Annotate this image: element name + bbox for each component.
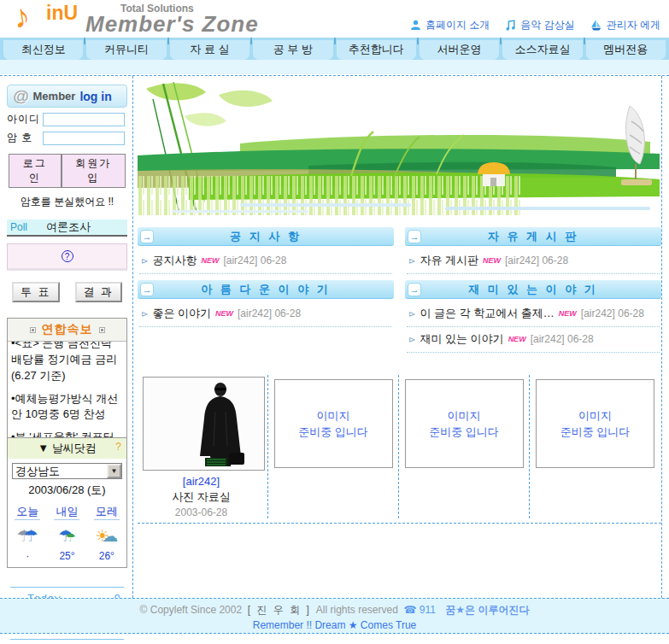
nav-tab-archive[interactable]: 자 료 실: [170, 40, 249, 60]
nav-tab-server[interactable]: 서버운영: [420, 40, 499, 60]
phone-number: 911: [420, 604, 436, 616]
forecast-temp: ·: [8, 550, 47, 562]
rights-text: All rights reserved: [316, 604, 398, 616]
post-title[interactable]: 재미 있는 이야기: [420, 331, 503, 347]
utility-links: 홈페이지 소개 음악 감상실 관리자 에게: [410, 18, 660, 32]
photo-board-name: 사진 자료실: [138, 489, 265, 505]
go-arrow-icon[interactable]: →: [140, 283, 154, 296]
poll-word: Poll: [10, 221, 27, 233]
page-title: Member's Zone: [85, 11, 259, 38]
broken-image-icon: ?: [62, 250, 73, 262]
nav-tab-recommend[interactable]: 추천합니다: [337, 40, 416, 60]
go-arrow-icon[interactable]: →: [408, 230, 421, 243]
forecast-label: 오늘: [15, 504, 40, 520]
music-note-icon: ♪: [11, 0, 32, 36]
news-item[interactable]: •<표> 은행 금전신탁 배당률 정기예금 금리(6.27 기준): [11, 342, 123, 384]
weather-title: ▼ 날씨닷컴: [38, 442, 96, 454]
nav-substrip: [0, 60, 669, 74]
vote-button[interactable]: 투 표: [12, 282, 60, 302]
forecast-day-after: 모레 ☀☁ 26°: [87, 503, 126, 562]
nav-tab-member[interactable]: 멤버전용: [586, 40, 666, 60]
link-label: 홈페이지 소개: [425, 18, 490, 32]
gallery-photo[interactable]: [143, 377, 265, 471]
board-header: → 아 름 다 운 이 야 기: [138, 280, 394, 299]
poll-title: 여론조사: [46, 220, 91, 235]
post-bullet-icon: ⊳: [408, 335, 415, 344]
news-ticker-box: 연합속보 •<표> 은행 금전신탁 배당률 정기예금 금리(6.27 기준) •…: [7, 318, 127, 438]
news-item[interactable]: •북 '세포융합' 컴퓨터: [11, 430, 123, 437]
link-label: 관리자 에게: [607, 18, 660, 32]
region-select[interactable]: 경상남도 ▼: [12, 463, 122, 479]
page: ♪ inU Total Solutions Member's Zone 홈페이지…: [0, 0, 669, 644]
go-arrow-icon[interactable]: →: [408, 283, 421, 296]
pw-field-row: 암 호: [7, 131, 127, 145]
rain-umbrella-icon: ☂☂: [8, 524, 47, 549]
pw-input[interactable]: [43, 132, 125, 145]
result-button[interactable]: 결 과: [75, 282, 123, 302]
poll-header: Poll 여론조사: [7, 220, 127, 237]
post-meta: [air242] 06-28: [238, 307, 301, 319]
header: ♪ inU Total Solutions Member's Zone 홈페이지…: [0, 0, 669, 38]
copyright-text: © Copyleft Since 2002: [140, 604, 243, 616]
footer-line1: © Copyleft Since 2002 [ 진 우 회 ] All righ…: [0, 603, 669, 618]
weather-date: 2003/06/28 (토): [8, 483, 126, 498]
photo-gallery: [air242] 사진 자료실 2003-06-28 이미지 준비중 입니다 이…: [138, 375, 661, 524]
board-funny-story: → 재 미 있 는 이 야 기 ⊳ 이 글은 각 학교에서 출제… NEW [a…: [405, 280, 661, 353]
nav-tab-study[interactable]: 공 부 방: [253, 40, 332, 60]
board-post-row: ⊳ 자유 게시판 NEW [air242] 06-28: [407, 249, 660, 274]
photo-caption: [air242] 사진 자료실 2003-06-28: [138, 475, 265, 518]
post-title[interactable]: 공지사항: [152, 253, 197, 268]
forecast-label: 내일: [54, 504, 79, 520]
join-button[interactable]: 회원가입: [62, 154, 126, 188]
main-nav: 최신정보 커뮤니티 자 료 실 공 부 방 추천합니다 서버운영 소스자료실 멤…: [0, 38, 669, 60]
board-post-row: ⊳ 공지사항 NEW [air242] 06-28: [139, 249, 392, 274]
new-badge: NEW: [201, 256, 219, 265]
news-item[interactable]: •예체능평가방식 개선안 10명중 6명 찬성: [11, 391, 123, 424]
go-arrow-icon[interactable]: →: [140, 230, 154, 243]
placeholder-text: 준비중 입니다: [429, 424, 499, 441]
id-field-row: 아이디: [7, 112, 127, 126]
post-meta: [air242] 06-28: [223, 255, 286, 266]
login-buttons: 로그인 회원가입: [7, 154, 127, 188]
board-title[interactable]: 자 유 게 시 판: [488, 230, 578, 243]
footer-slogan: 꿈★은 이루어진다: [445, 604, 529, 616]
logo-brand[interactable]: inU: [46, 2, 78, 25]
placeholder-text: 이미지: [578, 407, 612, 424]
sailboat-icon: [590, 20, 602, 31]
post-title[interactable]: 자유 게시판: [420, 253, 478, 268]
nav-tab-latest[interactable]: 최신정보: [3, 40, 83, 60]
member-word: Member: [33, 90, 76, 102]
link-label: 음악 감상실: [520, 18, 574, 32]
gallery-cell-placeholder: 이미지 준비중 입니다: [530, 375, 660, 518]
nav-tab-community[interactable]: 커뮤니티: [86, 40, 166, 60]
id-input[interactable]: [43, 113, 125, 126]
board-post-row: ⊳ 이 글은 각 학교에서 출제… NEW [air242] 06-28: [407, 302, 660, 327]
photo-author[interactable]: [air242]: [138, 475, 265, 488]
board-free: → 자 유 게 시 판 ⊳ 자유 게시판 NEW [air242] 06-28: [405, 227, 661, 274]
chevron-down-icon[interactable]: ▼: [107, 464, 121, 478]
board-notice: → 공 지 사 항 ⊳ 공지사항 NEW [air242] 06-28: [138, 227, 394, 274]
link-site-intro[interactable]: 홈페이지 소개: [410, 18, 490, 32]
placeholder-text: 이미지: [317, 407, 350, 424]
sun-cloud-icon: ☀☁: [87, 524, 126, 549]
login-button[interactable]: 로그인: [9, 154, 62, 188]
forecast-tomorrow: 내일 ☂☂ 25°: [47, 503, 86, 562]
image-placeholder: 이미지 준비중 입니다: [405, 379, 524, 468]
new-badge: NEW: [508, 335, 526, 343]
nav-tab-source[interactable]: 소스자료실: [502, 40, 582, 60]
lost-password-link[interactable]: 암호를 분실했어요 !!: [7, 195, 127, 209]
board-title[interactable]: 공 지 사 항: [230, 230, 302, 243]
post-title[interactable]: 이 글은 각 학교에서 출제…: [420, 306, 554, 321]
footer: © Copyleft Since 2002 [ 진 우 회 ] All righ…: [0, 598, 669, 634]
help-icon[interactable]: ?: [115, 441, 121, 453]
weather-widget: ▼ 날씨닷컴 ? 경상남도 ▼ 2003/06/28 (토) 오늘 ☂☂ · 내…: [7, 438, 127, 568]
gallery-cell-placeholder: 이미지 준비중 입니다: [268, 375, 399, 518]
sidebar: @ Member log in 아이디 암 호 로그인 회원가입 암호를 분실했…: [0, 76, 133, 598]
board-title[interactable]: 아 름 다 운 이 야 기: [201, 283, 331, 296]
board-title[interactable]: 재 미 있 는 이 야 기: [468, 283, 598, 296]
post-title[interactable]: 좋은 이야기: [152, 306, 211, 321]
link-to-admin[interactable]: 관리자 에게: [590, 18, 660, 32]
post-meta: [air242] 06-28: [505, 255, 568, 266]
board-beautiful-story: → 아 름 다 운 이 야 기 ⊳ 좋은 이야기 NEW [air242] 06…: [138, 280, 394, 353]
link-music-room[interactable]: 음악 감상실: [505, 18, 574, 32]
